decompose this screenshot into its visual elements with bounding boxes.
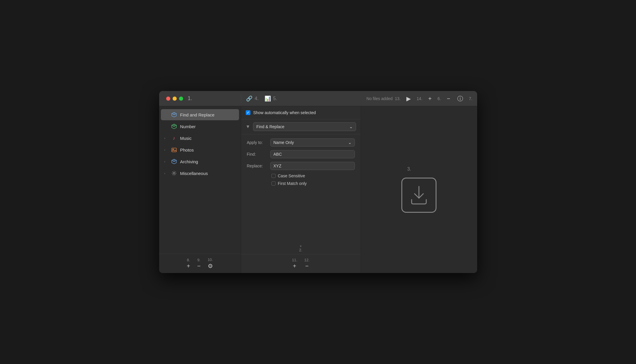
mid-add-group: 11. + xyxy=(292,258,297,269)
sidebar-item-label-find: Find and Replace xyxy=(180,112,215,117)
cube-icon-find xyxy=(171,111,177,118)
sidebar-item-label-number: Number xyxy=(180,124,196,129)
sidebar-num-label: 1. xyxy=(188,95,192,102)
sidebar-settings-button[interactable]: ⚙ xyxy=(208,262,213,269)
apply-to-label: Apply to: xyxy=(247,140,270,145)
stats-icon: 📊 xyxy=(264,95,271,102)
mid-divider-num: 2. xyxy=(299,248,302,252)
remove-file-button[interactable]: − xyxy=(446,95,451,103)
middle-panel: Show automatically when selected ▼ Find … xyxy=(241,106,361,273)
sidebar-add-button[interactable]: + xyxy=(187,263,190,269)
case-sensitive-row: Case Sensitive xyxy=(247,174,355,178)
case-sensitive-checkbox[interactable] xyxy=(271,174,276,178)
find-label: Find: xyxy=(247,152,270,157)
sidebar-settings-num: 10. xyxy=(208,257,213,262)
form-section: Apply to: Name Only ⌄ Find: Replace: xyxy=(241,134,361,193)
mid-add-button[interactable]: + xyxy=(293,263,296,269)
link-icon: 🔗 xyxy=(246,95,252,102)
divider-triangle-icon: ▼ xyxy=(299,245,302,248)
find-row: Find: xyxy=(247,150,355,158)
apply-to-dropdown[interactable]: Name Only ⌄ xyxy=(270,138,355,147)
drop-zone-area: 3. xyxy=(401,166,436,213)
tool4-num: 4. xyxy=(255,96,259,101)
show-auto-label: Show automatically when selected xyxy=(253,110,316,115)
dropdown-chevron-icon: ⌄ xyxy=(349,124,353,129)
first-match-row: First Match only xyxy=(247,181,355,186)
play-button[interactable]: ▶ xyxy=(405,95,412,103)
no-files-label: No files added 13. xyxy=(367,96,401,101)
info-num: 7. xyxy=(469,96,472,101)
chevron-music: › xyxy=(164,137,168,140)
traffic-lights xyxy=(161,97,188,101)
stats-tool[interactable]: 📊 5. xyxy=(264,95,277,102)
maximize-button[interactable] xyxy=(179,97,183,101)
add-file-button[interactable]: + xyxy=(427,95,433,103)
cube-icon-number xyxy=(171,123,177,130)
sidebar-item-find-and-replace[interactable]: Find and Replace xyxy=(161,109,239,120)
titlebar-tools: 🔗 4. 📊 5. xyxy=(246,95,277,102)
dropdown-value: Find & Replace xyxy=(256,124,284,129)
mid-remove-num: 12. xyxy=(304,258,310,262)
app-window: 1. 🔗 4. 📊 5. No files added 13. ▶ xyxy=(159,91,477,273)
download-icon xyxy=(409,185,429,205)
replace-input[interactable] xyxy=(270,162,355,170)
no-files-num: 13. xyxy=(395,96,400,101)
show-auto-checkbox[interactable] xyxy=(246,110,250,115)
first-match-checkbox[interactable] xyxy=(271,181,276,186)
case-sensitive-label: Case Sensitive xyxy=(278,174,305,178)
chevron-archiving: › xyxy=(164,160,168,163)
collapse-button[interactable]: ▼ xyxy=(246,124,250,129)
apply-to-value: Name Only xyxy=(274,140,294,145)
chevron-misc: › xyxy=(164,172,168,175)
add-num: 6. xyxy=(437,96,441,101)
mid-remove-group: 12. − xyxy=(304,258,310,269)
find-input[interactable] xyxy=(270,150,355,158)
sidebar-add-num: 8. xyxy=(187,258,190,262)
svg-point-2 xyxy=(173,172,175,174)
photos-icon xyxy=(171,147,177,153)
sidebar-add-group: 8. + xyxy=(187,258,190,269)
sidebar-item-music[interactable]: › ♪ Music xyxy=(161,133,239,144)
replace-row: Replace: xyxy=(247,162,355,170)
music-icon: ♪ xyxy=(171,135,177,141)
sidebar-footer: 8. + 9. − 10. ⚙ xyxy=(159,254,241,273)
close-button[interactable] xyxy=(166,97,170,101)
sidebar-item-number[interactable]: Number xyxy=(161,121,239,132)
divider-marker: ▼ 2. xyxy=(241,243,361,254)
chevron-photos: › xyxy=(164,148,168,152)
show-auto-row: Show automatically when selected xyxy=(241,106,361,119)
mid-add-num: 11. xyxy=(292,258,297,262)
first-match-label: First Match only xyxy=(278,181,307,186)
find-replace-dropdown[interactable]: Find & Replace ⌄ xyxy=(253,122,356,131)
sidebar-items-list: Find and Replace Number xyxy=(159,106,241,254)
replace-label: Replace: xyxy=(247,164,270,168)
sidebar-item-label-archiving: Archiving xyxy=(180,159,198,164)
play-num: 14. xyxy=(417,96,422,101)
sidebar-item-label-misc: Miscellaneous xyxy=(180,171,208,176)
middle-footer: 11. + 12. − xyxy=(241,254,361,273)
no-files-text: No files added xyxy=(367,96,393,101)
sidebar: Find and Replace Number xyxy=(159,106,241,273)
drop-icon[interactable] xyxy=(401,178,436,213)
mid-remove-button[interactable]: − xyxy=(305,263,309,269)
right-panel: 3. xyxy=(361,106,477,273)
cube-icon-archiving xyxy=(171,158,177,165)
sidebar-item-label-music: Music xyxy=(180,136,192,141)
tool5-num: 5. xyxy=(273,96,277,101)
titlebar-left: 1. xyxy=(159,95,241,102)
main-content: Find and Replace Number xyxy=(159,106,477,273)
titlebar: 1. 🔗 4. 📊 5. No files added 13. ▶ xyxy=(159,91,477,106)
titlebar-actions: No files added 13. ▶ 14. + 6. − ⓘ 7. xyxy=(367,95,472,103)
sidebar-remove-group: 9. − xyxy=(197,258,201,269)
info-button[interactable]: ⓘ xyxy=(456,95,464,103)
sidebar-item-label-photos: Photos xyxy=(180,147,194,152)
sidebar-remove-button[interactable]: − xyxy=(197,263,201,269)
svg-rect-0 xyxy=(172,148,176,152)
sidebar-item-miscellaneous[interactable]: › Miscellaneous xyxy=(161,168,239,179)
link-tool[interactable]: 🔗 4. xyxy=(246,95,259,102)
gear-icon xyxy=(171,170,177,176)
minimize-button[interactable] xyxy=(173,97,177,101)
sidebar-item-archiving[interactable]: › Archiving xyxy=(161,156,239,167)
sidebar-item-photos[interactable]: › Photos xyxy=(161,144,239,155)
titlebar-right: 🔗 4. 📊 5. No files added 13. ▶ 14. + 6. … xyxy=(241,95,477,103)
